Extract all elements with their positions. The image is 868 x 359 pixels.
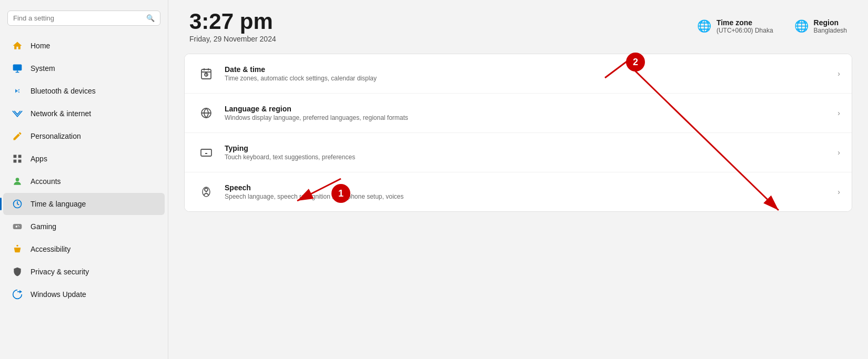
timezone-info: 🌐 Time zone (UTC+06:00) Dhaka	[697, 18, 773, 34]
bluetooth-icon	[12, 85, 23, 97]
svg-rect-2	[18, 155, 22, 158]
settings-item-typing[interactable]: Typing Touch keyboard, text suggestions,…	[185, 133, 852, 172]
date-time-icon	[196, 64, 216, 84]
region-info: 🌐 Region Bangladesh	[794, 18, 847, 34]
main-content: 3:27 pm Friday, 29 November 2024 🌐 Time …	[168, 0, 868, 359]
settings-list: Date & time Time zones, automatic clock …	[184, 54, 852, 212]
timezone-icon: 🌐	[697, 19, 711, 33]
language-region-icon	[196, 103, 216, 123]
typing-title: Typing	[225, 144, 837, 152]
gaming-icon	[12, 221, 23, 232]
sidebar-label-privacy: Privacy & security	[31, 268, 89, 276]
apps-icon	[12, 153, 23, 165]
sidebar-item-home[interactable]: Home	[3, 35, 165, 57]
sidebar-label-network: Network & internet	[31, 109, 91, 118]
date-time-chevron: ›	[837, 69, 840, 78]
sidebar-item-gaming[interactable]: Gaming	[3, 216, 165, 238]
svg-rect-1	[14, 155, 17, 158]
accessibility-icon	[12, 243, 23, 255]
sidebar-item-update[interactable]: Windows Update	[3, 283, 165, 305]
current-time: 3:27 pm	[189, 9, 276, 34]
sidebar-item-privacy[interactable]: Privacy & security	[3, 261, 165, 283]
sidebar-item-system[interactable]: System	[3, 57, 165, 79]
typing-desc: Touch keyboard, text suggestions, prefer…	[225, 153, 837, 161]
sidebar-label-apps: Apps	[31, 155, 47, 163]
date-time-title: Date & time	[225, 65, 837, 74]
accounts-icon	[12, 176, 23, 187]
settings-item-language-region[interactable]: Language & region Windows display langua…	[185, 94, 852, 133]
speech-desc: Speech language, speech recognition micr…	[225, 193, 837, 200]
typing-chevron: ›	[837, 148, 840, 157]
language-region-title: Language & region	[225, 105, 837, 113]
current-date: Friday, 29 November 2024	[189, 35, 276, 43]
sidebar-item-accessibility[interactable]: Accessibility	[3, 238, 165, 260]
time-icon	[12, 198, 23, 210]
sidebar-label-gaming: Gaming	[31, 222, 56, 231]
svg-rect-0	[13, 65, 22, 71]
svg-point-10	[16, 245, 18, 247]
typing-icon	[196, 142, 216, 162]
svg-point-8	[19, 226, 20, 227]
svg-point-5	[16, 178, 19, 181]
sidebar-label-personalization: Personalization	[31, 132, 81, 140]
svg-rect-3	[14, 160, 17, 163]
settings-item-date-time[interactable]: Date & time Time zones, automatic clock …	[185, 54, 852, 94]
search-box[interactable]: 🔍	[7, 11, 160, 26]
sidebar-label-home: Home	[31, 42, 50, 50]
top-header: 3:27 pm Friday, 29 November 2024 🌐 Time …	[168, 0, 868, 48]
sidebar-label-time: Time & language	[31, 200, 86, 208]
system-icon	[12, 63, 23, 74]
language-region-desc: Windows display language, preferred lang…	[225, 114, 837, 121]
speech-chevron: ›	[837, 188, 840, 196]
timezone-label: Time zone	[716, 18, 773, 27]
region-value: Bangladesh	[814, 27, 847, 34]
search-input[interactable]	[13, 14, 142, 22]
sidebar-item-apps[interactable]: Apps	[3, 148, 165, 170]
sidebar: 🔍 Home System Bluetooth & devices Networ…	[0, 0, 168, 359]
update-icon	[12, 289, 23, 300]
sidebar-item-personalization[interactable]: Personalization	[3, 125, 165, 147]
svg-point-9	[18, 225, 19, 227]
settings-item-speech[interactable]: Speech Speech language, speech recogniti…	[185, 172, 852, 211]
sidebar-item-network[interactable]: Network & internet	[3, 102, 165, 125]
nav-list: Home System Bluetooth & devices Network …	[0, 34, 168, 306]
date-time-desc: Time zones, automatic clock settings, ca…	[225, 75, 837, 82]
svg-point-15	[205, 188, 208, 191]
svg-rect-4	[18, 160, 22, 163]
speech-icon	[196, 182, 216, 202]
sidebar-item-accounts[interactable]: Accounts	[3, 170, 165, 192]
region-label: Region	[814, 18, 847, 27]
search-icon: 🔍	[146, 14, 155, 22]
personalization-icon	[12, 130, 23, 142]
home-icon	[12, 40, 23, 52]
clock-section: 3:27 pm Friday, 29 November 2024	[189, 9, 276, 43]
sidebar-item-time[interactable]: Time & language	[3, 193, 165, 215]
sidebar-item-bluetooth[interactable]: Bluetooth & devices	[3, 80, 165, 102]
speech-title: Speech	[225, 183, 837, 192]
sidebar-label-bluetooth: Bluetooth & devices	[31, 87, 96, 95]
sidebar-label-update: Windows Update	[31, 290, 86, 299]
sidebar-label-system: System	[31, 64, 55, 73]
header-right: 🌐 Time zone (UTC+06:00) Dhaka 🌐 Region B…	[697, 18, 847, 34]
network-icon	[12, 108, 23, 119]
language-region-chevron: ›	[837, 109, 840, 117]
privacy-icon	[12, 266, 23, 278]
region-icon: 🌐	[794, 19, 809, 33]
svg-rect-14	[201, 149, 211, 156]
sidebar-label-accounts: Accounts	[31, 177, 61, 186]
timezone-value: (UTC+06:00) Dhaka	[716, 27, 773, 34]
sidebar-label-accessibility: Accessibility	[31, 245, 70, 253]
